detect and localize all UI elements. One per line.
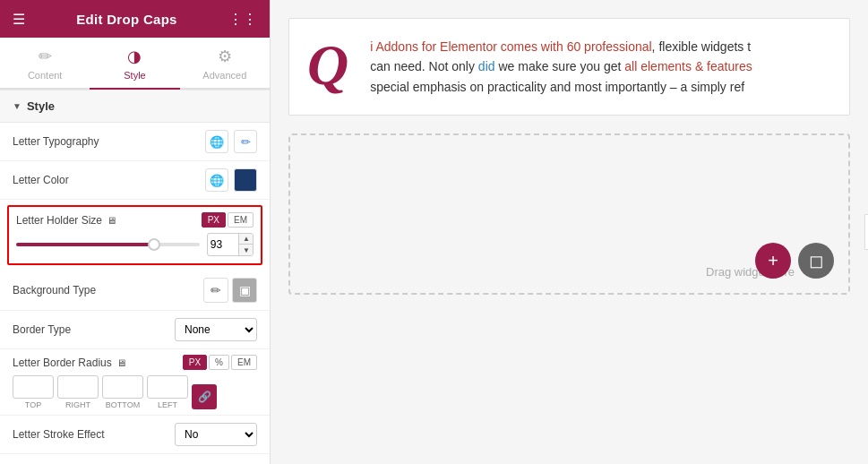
card-text-highlight-red: i Addons for Elementor comes with 60 pro… [370, 39, 651, 54]
main-area: Q i Addons for Elementor comes with 60 p… [271, 0, 868, 464]
radius-top-label: TOP [25, 400, 41, 409]
size-number-input: ▲ ▼ [207, 233, 254, 256]
border-type-controls: None Solid Dashed Dotted [175, 318, 257, 341]
size-input-field[interactable] [208, 236, 238, 253]
slider-thumb[interactable] [148, 238, 160, 251]
drop-cap-letter: Q [307, 37, 356, 94]
tab-style-label: Style [124, 70, 145, 81]
radius-unit-buttons: PX % EM [183, 355, 257, 370]
letter-typography-controls: 🌐 ✏ [205, 130, 257, 153]
spin-up-button[interactable]: ▲ [239, 234, 254, 245]
stroke-effect-select[interactable]: No Yes [176, 424, 256, 445]
radius-left-label: LEFT [158, 400, 177, 409]
letter-typography-label: Letter Typography [13, 135, 205, 148]
radius-unit-px-button[interactable]: PX [183, 355, 207, 370]
panel-body: ▼ Style Letter Typography 🌐 ✏ Letter Col… [0, 90, 270, 464]
typography-edit-icon[interactable]: ✏ [234, 130, 257, 153]
link-values-button[interactable]: 🔗 [192, 384, 217, 409]
grid-icon[interactable]: ⋮⋮ [228, 11, 257, 28]
tab-content-label: Content [28, 70, 63, 81]
radius-left-input[interactable] [147, 375, 188, 399]
unit-em-button[interactable]: EM [228, 212, 254, 228]
bg-gradient-button[interactable]: ▣ [232, 278, 257, 303]
card-text-line3: special emphasis on practicality and mos… [370, 80, 744, 94]
collapse-arrow-icon[interactable]: ▼ [13, 101, 21, 111]
border-type-row: Border Type None Solid Dashed Dotted [0, 311, 270, 349]
radius-left-input-group: LEFT [147, 375, 188, 409]
style-tab-icon: ◑ [127, 47, 142, 66]
tabs-row: ✏ Content ◑ Style ⚙ Advanced [0, 38, 270, 90]
add-widget-button[interactable]: + [755, 243, 791, 279]
card-text: i Addons for Elementor comes with 60 pro… [370, 37, 752, 97]
radius-bottom-label: BOTTOM [106, 400, 140, 409]
color-global-icon[interactable]: 🌐 [205, 168, 228, 192]
radius-unit-em-button[interactable]: EM [231, 355, 257, 370]
border-radius-label: Letter Border Radius 🖥 [13, 357, 183, 369]
radius-top-input-group: TOP [13, 375, 54, 409]
left-panel: ☰ Edit Drop Caps ⋮⋮ ✏ Content ◑ Style ⚙ … [0, 0, 271, 464]
border-radius-row: Letter Border Radius 🖥 PX % EM TOP RIGHT [0, 349, 270, 416]
content-tab-icon: ✏ [39, 47, 52, 66]
background-type-controls: ✏ ▣ [203, 278, 257, 303]
tab-style[interactable]: ◑ Style [90, 38, 179, 90]
nav-widget-button[interactable]: ◻ [798, 243, 834, 279]
advanced-tab-icon: ⚙ [218, 47, 232, 66]
border-type-label: Border Type [13, 323, 175, 336]
panel-header: ☰ Edit Drop Caps ⋮⋮ [0, 0, 270, 38]
stroke-effect-row: Letter Stroke Effect No Yes [0, 416, 270, 454]
color-swatch[interactable] [234, 168, 257, 192]
stroke-effect-label: Letter Stroke Effect [13, 428, 175, 441]
typography-global-icon[interactable]: 🌐 [205, 130, 228, 153]
card-text-comma: , flexible widgets t [652, 39, 752, 54]
stroke-effect-select-wrapper: No Yes [175, 423, 257, 446]
radius-unit-percent-button[interactable]: % [209, 355, 229, 370]
letter-typography-row: Letter Typography 🌐 ✏ [0, 123, 270, 161]
card-text-blue: did [478, 59, 495, 73]
card-text-red2: all elements & features [624, 59, 752, 73]
radius-inputs: TOP RIGHT BOTTOM LEFT 🔗 [13, 375, 257, 409]
fab-buttons: + ◻ [755, 243, 834, 279]
radius-bottom-input-group: BOTTOM [102, 375, 143, 409]
radius-right-label: RIGHT [65, 400, 90, 409]
content-card: Q i Addons for Elementor comes with 60 p… [288, 18, 850, 116]
monitor-icon: 🖥 [107, 215, 116, 226]
slider-track[interactable] [16, 243, 200, 246]
border-type-select[interactable]: None Solid Dashed Dotted [176, 319, 256, 340]
radius-bottom-input[interactable] [102, 375, 143, 399]
panel-collapse-button[interactable]: ‹ [864, 214, 868, 250]
tab-advanced-label: Advanced [202, 70, 246, 81]
style-section-label: Style [27, 99, 55, 113]
stroke-effect-controls: No Yes [175, 423, 257, 446]
radius-right-input[interactable] [57, 375, 99, 399]
background-type-label: Background Type [13, 284, 203, 296]
card-text-line2b: we make sure you get [495, 59, 625, 73]
background-type-row: Background Type ✏ ▣ [0, 271, 270, 311]
widget-drop-zone: Drag widget here + ◻ [288, 133, 850, 295]
letter-color-label: Letter Color [13, 174, 205, 186]
slider-fill [16, 243, 154, 246]
size-row-top: Letter Holder Size 🖥 PX EM [16, 212, 254, 228]
border-radius-monitor-icon: 🖥 [116, 357, 126, 368]
letter-holder-size-section: Letter Holder Size 🖥 PX EM ▲ ▼ [7, 205, 262, 265]
radius-right-input-group: RIGHT [57, 375, 99, 409]
bg-classic-button[interactable]: ✏ [203, 278, 228, 303]
border-type-select-wrapper: None Solid Dashed Dotted [175, 318, 257, 341]
unit-px-button[interactable]: PX [202, 212, 226, 228]
spin-buttons: ▲ ▼ [238, 234, 254, 255]
tab-content[interactable]: ✏ Content [0, 38, 90, 90]
style-section-header: ▼ Style [0, 90, 270, 123]
hamburger-icon[interactable]: ☰ [13, 11, 25, 28]
unit-buttons: PX EM [202, 212, 254, 228]
card-text-line2: can need. Not only [370, 59, 478, 73]
size-label: Letter Holder Size 🖥 [16, 214, 116, 227]
radius-top-row: Letter Border Radius 🖥 PX % EM [13, 355, 257, 370]
panel-title: Edit Drop Caps [76, 12, 177, 27]
letter-color-row: Letter Color 🌐 [0, 161, 270, 200]
letter-color-controls: 🌐 [205, 168, 257, 192]
radius-top-input[interactable] [13, 375, 54, 399]
tab-advanced[interactable]: ⚙ Advanced [180, 38, 270, 90]
slider-row: ▲ ▼ [16, 233, 254, 256]
spin-down-button[interactable]: ▼ [239, 245, 254, 255]
